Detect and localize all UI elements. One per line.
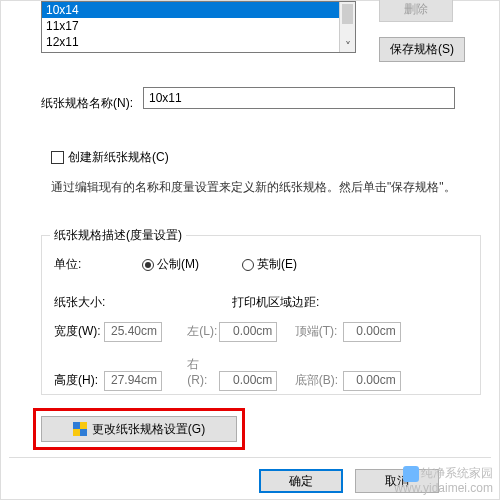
name-input[interactable] (143, 87, 455, 109)
top-label: 顶端(T): (295, 323, 341, 340)
left-label: 左(L): (187, 323, 217, 340)
radio-icon (242, 259, 254, 271)
checkbox-icon[interactable] (51, 151, 64, 164)
right-input[interactable]: 0.00cm (219, 371, 277, 391)
bottom-input[interactable]: 0.00cm (343, 371, 401, 391)
width-input[interactable]: 25.40cm (104, 322, 162, 342)
scrollbar-thumb[interactable] (342, 4, 353, 24)
height-input[interactable]: 27.94cm (104, 371, 162, 391)
right-label: 右(R): (187, 356, 217, 387)
top-input[interactable]: 0.00cm (343, 322, 401, 342)
margin-label: 打印机区域边距: (232, 294, 319, 311)
highlight-box (33, 408, 245, 450)
list-item[interactable]: 12x11 (42, 34, 355, 50)
group-legend: 纸张规格描述(度量设置) (50, 227, 186, 244)
bottom-label: 底部(B): (295, 372, 341, 389)
save-spec-button[interactable]: 保存规格(S) (379, 37, 465, 62)
description-text: 通过编辑现有的名称和度量设置来定义新的纸张规格。然后单击"保存规格"。 (51, 177, 469, 197)
logo-icon (403, 466, 419, 482)
scrollbar[interactable]: ˅ (339, 2, 355, 53)
separator (9, 457, 491, 458)
chevron-down-icon[interactable]: ˅ (340, 40, 355, 53)
list-item[interactable]: 10x14 (42, 2, 355, 18)
imperial-radio[interactable]: 英制(E) (242, 256, 297, 273)
watermark: 纯净系统家园 www.yidaimei.com (394, 466, 493, 495)
measurement-group: 纸张规格描述(度量设置) 单位: 公制(M) 英制(E) 纸张大小: 打印机区域… (41, 235, 481, 395)
name-label: 纸张规格名称(N): (41, 95, 133, 112)
dialog-panel: 10x14 11x17 12x11 ˅ 删除 保存规格(S) 纸张规格名称(N)… (0, 0, 500, 500)
list-item[interactable]: 11x17 (42, 18, 355, 34)
unit-label: 单位: (54, 256, 81, 273)
metric-radio[interactable]: 公制(M) (142, 256, 199, 273)
width-label: 宽度(W): (54, 323, 102, 340)
create-new-row[interactable]: 创建新纸张规格(C) (51, 149, 169, 166)
size-label: 纸张大小: (54, 294, 105, 311)
radio-icon (142, 259, 154, 271)
ok-button[interactable]: 确定 (259, 469, 343, 493)
left-input[interactable]: 0.00cm (219, 322, 277, 342)
paper-size-listbox[interactable]: 10x14 11x17 12x11 ˅ (41, 1, 356, 53)
height-label: 高度(H): (54, 372, 102, 389)
delete-button: 删除 (379, 0, 453, 22)
create-new-label: 创建新纸张规格(C) (68, 150, 169, 164)
